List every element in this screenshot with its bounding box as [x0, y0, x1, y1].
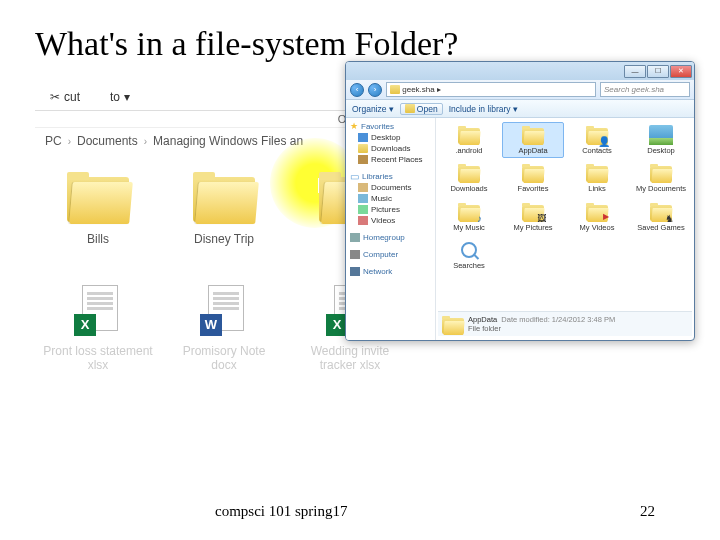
folder-icon	[457, 202, 481, 222]
sidebar-item-desktop[interactable]: Desktop	[348, 132, 433, 143]
crumb-0[interactable]: PC	[45, 134, 62, 148]
grid-item-desktop[interactable]: Desktop	[630, 122, 692, 158]
crumb-2[interactable]: Managing Windows Files an	[153, 134, 303, 148]
grid-label: My Documents	[633, 185, 689, 193]
sidebar-item-downloads[interactable]: Downloads	[348, 143, 433, 154]
grid-label: Downloads	[441, 185, 497, 193]
win7-explorer-window: — ☐ ✕ ‹ › geek.sha ▸ Search geek.sha Org…	[345, 61, 695, 341]
grid-item-appdata[interactable]: AppData	[502, 122, 564, 158]
bg-item-0[interactable]: Bills	[43, 169, 153, 261]
sidebar-favorites-head[interactable]: ★Favorites	[348, 121, 433, 132]
details-type: File folder	[468, 324, 615, 333]
folder-icon	[441, 315, 463, 333]
win7-details-bar: AppData Date modified: 1/24/2012 3:48 PM…	[438, 311, 692, 336]
sidebar-network-head[interactable]: Network	[348, 266, 433, 277]
address-input[interactable]: geek.sha ▸	[386, 82, 596, 97]
music-icon	[358, 194, 368, 203]
sidebar-item-recent[interactable]: Recent Places	[348, 154, 433, 165]
grid-item-searches[interactable]: Searches	[438, 237, 500, 273]
recent-icon	[358, 155, 368, 164]
open-button[interactable]: Open	[400, 103, 443, 115]
win7-content-pane: .androidAppDataContactsDesktopDownloadsF…	[436, 118, 694, 340]
minimize-button[interactable]: —	[624, 65, 646, 78]
nav-back-button[interactable]: ‹	[350, 83, 364, 97]
win7-address-bar: ‹ › geek.sha ▸ Search geek.sha	[346, 80, 694, 100]
slide-footer: compsci 101 spring17 22	[35, 503, 685, 520]
desktop-icon	[358, 133, 368, 142]
grid-label: Links	[569, 185, 625, 193]
page-number: 22	[640, 503, 655, 520]
folder-icon	[63, 169, 133, 224]
grid-label: Desktop	[633, 147, 689, 155]
grid-item-favorites[interactable]: Favorites	[502, 160, 564, 196]
sidebar-item-pictures[interactable]: Pictures	[348, 204, 433, 215]
folder-icon	[390, 85, 400, 94]
desktop-icon	[649, 125, 673, 145]
grid-label: Saved Games	[633, 224, 689, 232]
sidebar-item-documents[interactable]: Documents	[348, 182, 433, 193]
footer-text: compsci 101 spring17	[215, 503, 348, 520]
slide-title: What's in a file-system Folder?	[35, 25, 685, 63]
grid-label: Favorites	[505, 185, 561, 193]
sidebar-libraries-head[interactable]: ▭Libraries	[348, 171, 433, 182]
folder-icon	[521, 202, 545, 222]
grid-item-saved-games[interactable]: Saved Games	[630, 199, 692, 235]
win7-toolbar: Organize ▾ Open Include in library ▾	[346, 100, 694, 118]
bg-item-5[interactable]: XPront loss statement xlsx	[43, 281, 153, 373]
sidebar-homegroup-head[interactable]: Homegroup	[348, 232, 433, 243]
win7-icon-grid: .androidAppDataContactsDesktopDownloadsF…	[438, 122, 692, 273]
grid-label: My Music	[441, 224, 497, 232]
organize-button[interactable]: Organize ▾	[352, 104, 394, 114]
item-label: Wedding invite tracker xlsx	[295, 344, 405, 373]
bg-tool-to[interactable]: to ▾	[110, 90, 130, 104]
folder-icon	[585, 163, 609, 183]
pictures-icon	[358, 205, 368, 214]
bg-tool-cut[interactable]: ✂ cut	[50, 90, 80, 104]
sidebar-computer-head[interactable]: Computer	[348, 249, 433, 260]
sidebar-item-videos[interactable]: Videos	[348, 215, 433, 226]
details-name: AppData Date modified: 1/24/2012 3:48 PM	[468, 315, 615, 324]
maximize-button[interactable]: ☐	[647, 65, 669, 78]
folder-icon	[405, 104, 415, 113]
documents-icon	[358, 183, 368, 192]
grid-item--android[interactable]: .android	[438, 122, 500, 158]
document-icon: X	[74, 281, 122, 336]
grid-item-my-documents[interactable]: My Documents	[630, 160, 692, 196]
close-button[interactable]: ✕	[670, 65, 692, 78]
bg-item-1[interactable]: Disney Trip	[169, 169, 279, 261]
search-input[interactable]: Search geek.sha	[600, 82, 690, 97]
folder-icon	[521, 125, 545, 145]
folder-icon	[585, 125, 609, 145]
network-icon	[350, 267, 360, 276]
folder-icon	[585, 202, 609, 222]
computer-icon	[350, 250, 360, 259]
grid-item-my-videos[interactable]: My Videos	[566, 199, 628, 235]
win7-body: ★Favorites Desktop Downloads Recent Plac…	[346, 118, 694, 340]
folder-icon	[358, 144, 368, 153]
nav-forward-button[interactable]: ›	[368, 83, 382, 97]
folder-icon	[649, 163, 673, 183]
grid-label: Contacts	[569, 147, 625, 155]
content-area: ✂ cut to ▾ folder Organize PC› Documents…	[35, 83, 685, 503]
slide: What's in a file-system Folder? ✂ cut to…	[0, 0, 720, 540]
bg-item-6[interactable]: WPromisory Note docx	[169, 281, 279, 373]
crumb-1[interactable]: Documents	[77, 134, 138, 148]
grid-item-contacts[interactable]: Contacts	[566, 122, 628, 158]
item-label: Bills	[43, 232, 153, 246]
grid-item-downloads[interactable]: Downloads	[438, 160, 500, 196]
videos-icon	[358, 216, 368, 225]
grid-label: .android	[441, 147, 497, 155]
sidebar-item-music[interactable]: Music	[348, 193, 433, 204]
grid-item-links[interactable]: Links	[566, 160, 628, 196]
search-icon	[457, 240, 481, 260]
item-label: Pront loss statement xlsx	[43, 344, 153, 373]
win7-titlebar: — ☐ ✕	[346, 62, 694, 80]
grid-item-my-music[interactable]: My Music	[438, 199, 500, 235]
document-icon: W	[200, 281, 248, 336]
win7-sidebar: ★Favorites Desktop Downloads Recent Plac…	[346, 118, 436, 340]
chevron-icon: ›	[68, 136, 71, 147]
item-label: Disney Trip	[169, 232, 279, 246]
grid-item-my-pictures[interactable]: My Pictures	[502, 199, 564, 235]
grid-label: My Videos	[569, 224, 625, 232]
include-library-button[interactable]: Include in library ▾	[449, 104, 518, 114]
